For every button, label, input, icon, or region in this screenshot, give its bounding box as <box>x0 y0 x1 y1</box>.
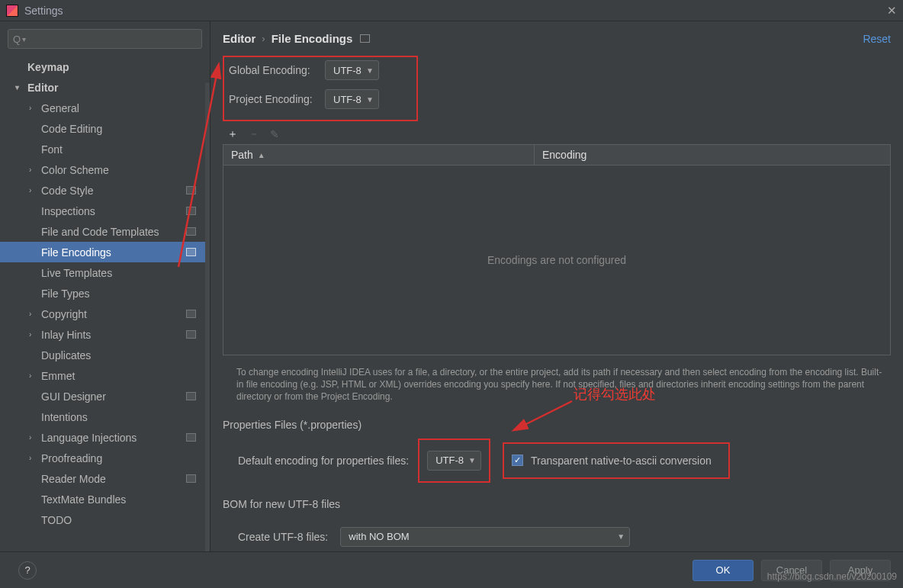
sidebar-item-todo[interactable]: TODO <box>0 509 210 530</box>
sort-asc-icon: ▲ <box>258 151 265 159</box>
sidebar-item-color-scheme[interactable]: ›Color Scheme <box>0 159 210 180</box>
properties-section-title: Properties Files (*.properties) <box>223 419 891 431</box>
watermark-text: https://blog.csdn.net/v20200109 <box>767 571 897 582</box>
sidebar-item-label: Emmet <box>41 370 75 382</box>
sidebar-item-proofreading[interactable]: ›Proofreading <box>0 448 210 468</box>
sidebar-item-label: Keymap <box>27 61 69 73</box>
sidebar-item-label: Inlay Hints <box>41 329 91 341</box>
breadcrumb: Editor › File Encodings Reset <box>223 32 891 45</box>
project-encoding-dropdown[interactable]: UTF-8 ▼ <box>325 89 379 109</box>
project-encoding-value: UTF-8 <box>333 94 362 105</box>
sidebar-item-editor[interactable]: ▾Editor <box>0 77 210 98</box>
sidebar-item-file-and-code-templates[interactable]: File and Code Templates <box>0 221 210 242</box>
scheme-badge-icon <box>186 433 196 442</box>
scheme-badge-icon <box>186 310 196 318</box>
chevron-down-icon: ▼ <box>366 95 374 104</box>
titlebar: Settings ✕ <box>0 0 903 21</box>
sidebar-item-label: Copyright <box>41 308 87 320</box>
chevron-right-icon: › <box>29 310 31 318</box>
chevron-right-icon: › <box>29 454 31 462</box>
chevron-down-icon: ▼ <box>366 66 374 75</box>
ok-button[interactable]: OK <box>693 560 754 581</box>
transparent-ascii-checkbox[interactable]: ✓ <box>512 455 523 466</box>
sidebar: Q▾ Keymap▾Editor›GeneralCode EditingFont… <box>0 21 210 551</box>
chevron-right-icon: › <box>29 186 31 194</box>
annotation-box-2: ✓ Transparent native-to-ascii conversion <box>503 442 730 479</box>
global-encoding-label: Global Encoding: <box>229 64 314 76</box>
search-input[interactable]: Q▾ <box>8 29 202 49</box>
close-icon[interactable]: ✕ <box>887 4 897 18</box>
global-encoding-value: UTF-8 <box>333 65 362 76</box>
scheme-badge-icon <box>186 227 196 236</box>
encoding-group: Global Encoding: UTF-8 ▼ Project Encodin… <box>223 56 418 121</box>
scheme-badge-icon <box>186 186 196 194</box>
properties-row: Default encoding for properties files: U… <box>223 439 891 483</box>
col-path[interactable]: Path▲ <box>223 145 535 165</box>
sidebar-item-live-templates[interactable]: Live Templates <box>0 262 210 283</box>
table-empty-state: Encodings are not configured <box>223 165 890 355</box>
sidebar-item-keymap[interactable]: Keymap <box>0 56 210 77</box>
annotation-text: 记得勾选此处 <box>574 385 656 403</box>
bom-dropdown[interactable]: with NO BOM ▼ <box>340 527 630 547</box>
sidebar-item-reader-mode[interactable]: Reader Mode <box>0 468 210 489</box>
chevron-right-icon: › <box>255 33 271 44</box>
bom-section-title: BOM for new UTF-8 files <box>223 498 891 510</box>
help-icon[interactable]: ? <box>18 561 37 580</box>
remove-icon: － <box>249 127 259 141</box>
sidebar-scrollbar[interactable] <box>205 82 210 578</box>
chevron-right-icon: › <box>29 330 31 339</box>
sidebar-item-duplicates[interactable]: Duplicates <box>0 345 210 365</box>
sidebar-item-inlay-hints[interactable]: ›Inlay Hints <box>0 324 210 345</box>
hint-text: To change encoding IntelliJ IDEA uses fo… <box>236 366 883 403</box>
sidebar-item-label: Code Editing <box>41 123 102 135</box>
sidebar-item-label: File Types <box>41 288 90 300</box>
reset-button[interactable]: Reset <box>863 33 891 45</box>
col-encoding[interactable]: Encoding <box>535 145 890 165</box>
main-content: Editor › File Encodings Reset Global Enc… <box>210 21 903 551</box>
sidebar-item-emmet[interactable]: ›Emmet <box>0 365 210 386</box>
bom-label: Create UTF-8 files: <box>238 531 328 543</box>
bom-row: Create UTF-8 files: with NO BOM ▼ <box>238 527 891 547</box>
scheme-badge-icon <box>186 392 196 400</box>
encodings-table: Path▲ Encoding Encodings are not configu… <box>223 144 891 355</box>
table-tools: ＋ － ✎ <box>227 127 891 141</box>
chevron-down-icon: ▼ <box>617 532 625 541</box>
scheme-badge-icon <box>186 248 196 256</box>
sidebar-item-textmate-bundles[interactable]: TextMate Bundles <box>0 489 210 509</box>
sidebar-item-intentions[interactable]: Intentions <box>0 406 210 427</box>
sidebar-item-label: Editor <box>27 82 58 94</box>
global-encoding-dropdown[interactable]: UTF-8 ▼ <box>325 60 379 80</box>
project-encoding-label: Project Encoding: <box>229 93 314 105</box>
sidebar-item-file-types[interactable]: File Types <box>0 283 210 304</box>
sidebar-item-code-style[interactable]: ›Code Style <box>0 180 210 201</box>
add-icon[interactable]: ＋ <box>227 127 238 141</box>
sidebar-item-label: Live Templates <box>41 267 112 279</box>
sidebar-item-code-editing[interactable]: Code Editing <box>0 118 210 139</box>
sidebar-item-label: Duplicates <box>41 349 91 361</box>
search-dropdown-icon: ▾ <box>22 35 26 43</box>
bom-value: with NO BOM <box>349 531 409 542</box>
chevron-right-icon: › <box>29 433 31 442</box>
sidebar-item-label: Inspections <box>41 205 95 217</box>
sidebar-item-label: Font <box>41 143 63 156</box>
breadcrumb-editor[interactable]: Editor <box>223 32 255 45</box>
sidebar-item-general[interactable]: ›General <box>0 98 210 118</box>
scheme-badge-icon <box>186 330 196 339</box>
breadcrumb-file-encodings: File Encodings <box>272 32 353 45</box>
sidebar-item-copyright[interactable]: ›Copyright <box>0 304 210 324</box>
transparent-ascii-label: Transparent native-to-ascii conversion <box>531 455 712 467</box>
sidebar-item-gui-designer[interactable]: GUI Designer <box>0 386 210 406</box>
sidebar-item-label: GUI Designer <box>41 390 106 403</box>
props-encoding-dropdown[interactable]: UTF-8 ▼ <box>427 451 481 471</box>
app-logo-icon <box>6 5 18 17</box>
sidebar-item-label: File and Code Templates <box>41 226 159 238</box>
sidebar-item-inspections[interactable]: Inspections <box>0 201 210 221</box>
sidebar-item-file-encodings[interactable]: File Encodings <box>0 242 210 262</box>
chevron-icon: ▾ <box>15 83 19 92</box>
props-encoding-label: Default encoding for properties files: <box>238 455 409 467</box>
sidebar-item-label: Language Injections <box>41 432 137 444</box>
chevron-down-icon: ▼ <box>468 456 476 464</box>
sidebar-item-label: General <box>41 102 79 114</box>
sidebar-item-language-injections[interactable]: ›Language Injections <box>0 427 210 448</box>
sidebar-item-font[interactable]: Font <box>0 139 210 159</box>
